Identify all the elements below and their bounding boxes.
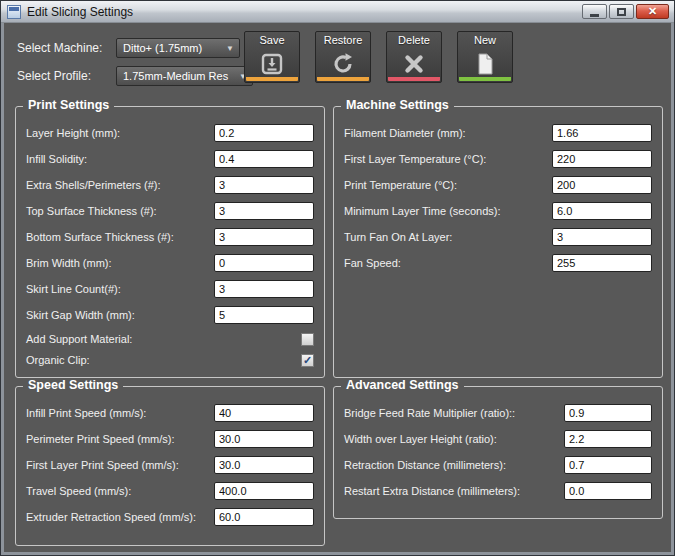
field-row: Skirt Gap Width (mm): bbox=[26, 305, 314, 325]
advanced-settings-group: Advanced Settings Bridge Feed Rate Multi… bbox=[333, 386, 663, 519]
travel-speed-label: Travel Speed (mm/s): bbox=[26, 485, 131, 497]
layer-height-input[interactable] bbox=[214, 124, 314, 142]
top-surface-thickness-input[interactable] bbox=[214, 202, 314, 220]
add-support-label: Add Support Material: bbox=[26, 333, 132, 345]
infill-solidity-label: Infill Solidity: bbox=[26, 153, 87, 165]
turn-fan-on-layer-input[interactable] bbox=[552, 228, 652, 246]
maximize-button[interactable] bbox=[609, 4, 634, 19]
delete-button[interactable]: Delete bbox=[386, 31, 442, 83]
checkbox-row: Add Support Material: bbox=[26, 331, 314, 347]
maximize-icon bbox=[617, 8, 626, 16]
organic-clip-checkbox[interactable]: ✓ bbox=[301, 354, 314, 367]
chevron-down-icon: ▼ bbox=[226, 44, 234, 53]
field-row: Skirt Line Count(#): bbox=[26, 279, 314, 299]
profile-select-value: 1.75mm-Medium Res bbox=[123, 70, 228, 82]
restore-button[interactable]: Restore bbox=[315, 31, 371, 83]
speed-settings-title: Speed Settings bbox=[23, 378, 123, 392]
brim-width-input[interactable] bbox=[214, 254, 314, 272]
bridge-feed-rate-label: Bridge Feed Rate Multiplier (ratio):: bbox=[344, 407, 515, 419]
perimeter-print-speed-input[interactable] bbox=[214, 430, 314, 448]
machine-select-value: Ditto+ (1.75mm) bbox=[123, 42, 202, 54]
skirt-line-count-label: Skirt Line Count(#): bbox=[26, 283, 121, 295]
delete-accent-bar bbox=[388, 77, 440, 81]
fan-speed-label: Fan Speed: bbox=[344, 257, 401, 269]
print-settings-title: Print Settings bbox=[23, 98, 114, 112]
width-over-layer-height-input[interactable] bbox=[564, 430, 652, 448]
field-row: Bottom Surface Thickness (#): bbox=[26, 227, 314, 247]
titlebar[interactable]: Edit Slicing Settings ✕ bbox=[1, 1, 674, 23]
speed-settings-group: Speed Settings Infill Print Speed (mm/s)… bbox=[15, 386, 325, 546]
width-over-layer-height-label: Width over Layer Height (ratio): bbox=[344, 433, 497, 445]
toolbar: Save Restore bbox=[244, 31, 513, 83]
print-settings-group: Print Settings Layer Height (mm): Infill… bbox=[15, 106, 325, 378]
bottom-surface-thickness-label: Bottom Surface Thickness (#): bbox=[26, 231, 174, 243]
minimize-icon bbox=[590, 14, 599, 17]
restart-extra-distance-input[interactable] bbox=[564, 482, 652, 500]
print-temperature-label: Print Temperature (°C): bbox=[344, 179, 457, 191]
first-layer-print-speed-label: First Layer Print Speed (mm/s): bbox=[26, 459, 179, 471]
bottom-surface-thickness-input[interactable] bbox=[214, 228, 314, 246]
machine-settings-group: Machine Settings Filament Diameter (mm):… bbox=[333, 106, 663, 378]
field-row: Fan Speed: bbox=[344, 253, 652, 273]
machine-settings-title: Machine Settings bbox=[341, 98, 454, 112]
profile-select[interactable]: 1.75mm-Medium Res ▼ bbox=[116, 66, 253, 86]
field-row: Layer Height (mm): bbox=[26, 123, 314, 143]
minimum-layer-time-label: Minimum Layer Time (seconds): bbox=[344, 205, 501, 217]
field-row: Travel Speed (mm/s): bbox=[26, 481, 314, 501]
close-icon: ✕ bbox=[648, 6, 657, 17]
select-machine-label: Select Machine: bbox=[17, 41, 102, 55]
layer-height-label: Layer Height (mm): bbox=[26, 127, 120, 139]
skirt-line-count-input[interactable] bbox=[214, 280, 314, 298]
field-row: Infill Solidity: bbox=[26, 149, 314, 169]
minimum-layer-time-input[interactable] bbox=[552, 202, 652, 220]
edit-slicing-settings-window: Edit Slicing Settings ✕ Select Machine: … bbox=[0, 0, 675, 556]
infill-print-speed-input[interactable] bbox=[214, 404, 314, 422]
skirt-gap-width-input[interactable] bbox=[214, 306, 314, 324]
field-row: Print Temperature (°C): bbox=[344, 175, 652, 195]
new-accent-bar bbox=[459, 77, 511, 81]
filament-diameter-input[interactable] bbox=[552, 124, 652, 142]
field-row: Retraction Distance (millimeters): bbox=[344, 455, 652, 475]
skirt-gap-width-label: Skirt Gap Width (mm): bbox=[26, 309, 135, 321]
filament-diameter-label: Filament Diameter (mm): bbox=[344, 127, 466, 139]
first-layer-print-speed-input[interactable] bbox=[214, 456, 314, 474]
brim-width-label: Brim Width (mm): bbox=[26, 257, 112, 269]
window-controls: ✕ bbox=[582, 4, 669, 19]
window-title: Edit Slicing Settings bbox=[27, 5, 133, 19]
bridge-feed-rate-input[interactable] bbox=[564, 404, 652, 422]
checkbox-row: Organic Clip: ✓ bbox=[26, 352, 314, 368]
infill-print-speed-label: Infill Print Speed (mm/s): bbox=[26, 407, 146, 419]
extra-shells-label: Extra Shells/Perimeters (#): bbox=[26, 179, 160, 191]
perimeter-print-speed-label: Perimeter Print Speed (mm/s): bbox=[26, 433, 175, 445]
field-row: First Layer Temperature (°C): bbox=[344, 149, 652, 169]
organic-clip-label: Organic Clip: bbox=[26, 354, 90, 366]
extra-shells-input[interactable] bbox=[214, 176, 314, 194]
field-row: Minimum Layer Time (seconds): bbox=[344, 201, 652, 221]
add-support-checkbox[interactable] bbox=[301, 333, 314, 346]
save-button[interactable]: Save bbox=[244, 31, 300, 83]
infill-solidity-input[interactable] bbox=[214, 150, 314, 168]
machine-select[interactable]: Ditto+ (1.75mm) ▼ bbox=[116, 38, 240, 58]
select-profile-label: Select Profile: bbox=[17, 69, 91, 83]
advanced-settings-title: Advanced Settings bbox=[341, 378, 464, 392]
retraction-distance-input[interactable] bbox=[564, 456, 652, 474]
fan-speed-input[interactable] bbox=[552, 254, 652, 272]
new-button[interactable]: New bbox=[457, 31, 513, 83]
save-accent-bar bbox=[246, 77, 298, 81]
extruder-retraction-speed-input[interactable] bbox=[214, 508, 314, 526]
field-row: Restart Extra Distance (millimeters): bbox=[344, 481, 652, 501]
field-row: Filament Diameter (mm): bbox=[344, 123, 652, 143]
field-row: Brim Width (mm): bbox=[26, 253, 314, 273]
field-row: Perimeter Print Speed (mm/s): bbox=[26, 429, 314, 449]
minimize-button[interactable] bbox=[582, 4, 607, 19]
close-button[interactable]: ✕ bbox=[636, 4, 669, 19]
restore-accent-bar bbox=[317, 77, 369, 81]
dialog-content: Select Machine: Ditto+ (1.75mm) ▼ Select… bbox=[4, 23, 671, 552]
top-surface-thickness-label: Top Surface Thickness (#): bbox=[26, 205, 157, 217]
field-row: Extra Shells/Perimeters (#): bbox=[26, 175, 314, 195]
travel-speed-input[interactable] bbox=[214, 482, 314, 500]
field-row: Extruder Retraction Speed (mm/s): bbox=[26, 507, 314, 527]
first-layer-temperature-input[interactable] bbox=[552, 150, 652, 168]
print-temperature-input[interactable] bbox=[552, 176, 652, 194]
field-row: First Layer Print Speed (mm/s): bbox=[26, 455, 314, 475]
